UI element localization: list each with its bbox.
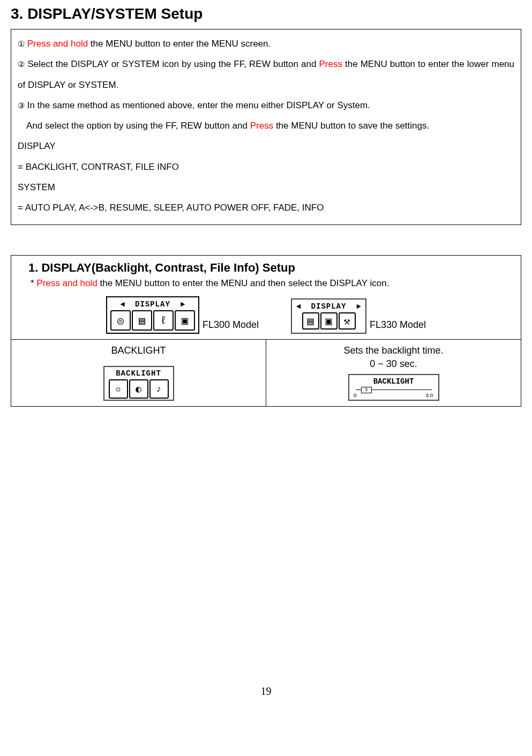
step-3-marker: ③: [18, 101, 25, 110]
page-number: 19: [11, 685, 521, 698]
slider-knob: 3: [361, 387, 372, 393]
step-1-red: Press and hold: [27, 39, 88, 49]
display-setup-header: 1. DISPLAY(Backlight, Contrast, File Inf…: [11, 256, 521, 340]
slider-title: BACKLIGHT: [354, 377, 434, 386]
backlight-slider-screen: BACKLIGHT 3 o so: [348, 374, 439, 401]
folder-icon: ▣: [320, 312, 338, 330]
step-1-text-b: MENU screen.: [212, 39, 271, 49]
key-icon: ℓ: [153, 310, 174, 331]
globe-icon: ◎: [110, 310, 131, 331]
music-icon: ♪: [149, 379, 169, 399]
backlight-label: BACKLIGHT: [18, 345, 259, 356]
instruction-step-3: ③ In the same method as mentioned above,…: [18, 95, 514, 116]
fl330-display-label: DISPLAY: [311, 302, 347, 311]
backlight-desc: Sets the backlight time.: [273, 345, 514, 356]
backlight-screen: BACKLIGHT ☼ ◐ ♪: [103, 366, 174, 401]
eq-icon: ▣: [175, 310, 195, 331]
fl300-item: ◄ DISPLAY ► ◎ ▤ ℓ ▣ FL300 Model: [106, 296, 259, 334]
slider-track: 3: [356, 387, 432, 392]
backlight-screen-title: BACKLIGHT: [109, 369, 169, 378]
system-values: = AUTO PLAY, A<->B, RESUME, SLEEP, AUTO …: [18, 198, 514, 218]
fl330-label: FL330 Model: [370, 319, 426, 331]
backlight-right-cell: Sets the backlight time. 0 ~ 30 sec. BAC…: [266, 340, 521, 407]
display-label: DISPLAY: [18, 136, 514, 156]
display-setup-title: 1. DISPLAY(Backlight, Contrast, File Inf…: [28, 261, 514, 275]
step-2-text-a: Select the DISPLAY or SYSTEM icon by usi…: [25, 59, 319, 69]
sub-red: Press and hold: [36, 278, 97, 288]
display-values: = BACKLIGHT, CONTRAST, FILE INFO: [18, 157, 514, 177]
step-2-red: Press: [319, 59, 342, 69]
model-row: ◄ DISPLAY ► ◎ ▤ ℓ ▣ FL300 Model ◄ DISPLA…: [18, 296, 514, 334]
fl330-item: ◄ DISPLAY ► ▤ ▣ ⚒ FL330 Model: [291, 298, 426, 334]
step-1-text-a: the MENU button to enter the: [88, 39, 212, 49]
sub-tail: the MENU button to enter the MENU and th…: [98, 278, 389, 288]
left-arrow-icon-2: ◄: [296, 302, 301, 311]
page-title: 3. DISPLAY/SYSTEM Setup: [11, 5, 521, 23]
step-1-marker: ①: [18, 39, 25, 48]
right-arrow-icon: ►: [181, 300, 185, 309]
left-arrow-icon: ◄: [120, 300, 124, 309]
display-setup-subtitle: * Press and hold the MENU button to ente…: [31, 278, 514, 289]
slider-max: so: [425, 392, 433, 399]
tool-icon: ⚒: [339, 312, 356, 330]
backlight-left-cell: BACKLIGHT BACKLIGHT ☼ ◐ ♪: [11, 340, 266, 407]
contrast-icon: ◐: [129, 379, 148, 399]
instruction-step-1: ① Press and hold the MENU button to ente…: [18, 34, 514, 54]
step-3-and-red: Press: [250, 121, 273, 131]
list-icon: ▤: [132, 310, 152, 331]
instructions-box: ① Press and hold the MENU button to ente…: [11, 29, 521, 225]
step-2-marker: ②: [18, 59, 25, 69]
step-3-and-tail: the MENU button to save the settings.: [273, 121, 429, 131]
step-3-and-rest: select the option by using the FF, REW b…: [45, 121, 250, 131]
system-label: SYSTEM: [18, 177, 514, 198]
brightness-icon: ☼: [109, 379, 128, 399]
fl300-label: FL300 Model: [203, 319, 259, 331]
instruction-step-3-cont: And select the option by using the FF, R…: [26, 116, 514, 136]
display-setup-table: 1. DISPLAY(Backlight, Contrast, File Inf…: [11, 255, 521, 407]
instruction-step-2: ② Select the DISPLAY or SYSTEM icon by u…: [18, 54, 514, 95]
step-3-and: And: [26, 121, 45, 131]
sub-prefix: *: [31, 278, 36, 288]
fl300-display-label: DISPLAY: [135, 300, 170, 309]
fl330-screen: ◄ DISPLAY ► ▤ ▣ ⚒: [291, 298, 366, 334]
fl300-screen: ◄ DISPLAY ► ◎ ▤ ℓ ▣: [106, 296, 199, 334]
right-arrow-icon-2: ►: [357, 302, 361, 311]
slider-min: o: [354, 392, 358, 399]
list-icon-2: ▤: [302, 312, 319, 330]
backlight-range: 0 ~ 30 sec.: [273, 358, 514, 370]
step-3-text: In the same method as mentioned above, e…: [25, 100, 370, 110]
